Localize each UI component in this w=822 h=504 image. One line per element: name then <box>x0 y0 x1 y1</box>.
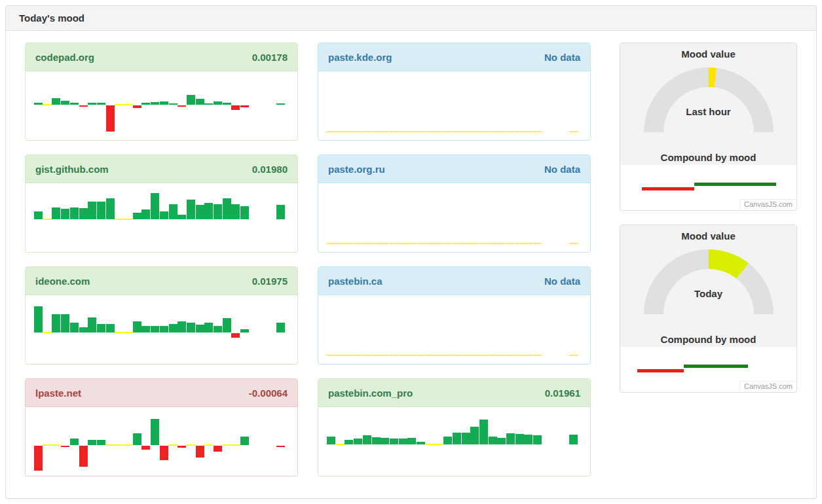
zero-marker <box>381 131 389 132</box>
positive-bar <box>141 326 150 333</box>
zero-marker <box>489 355 497 356</box>
positive-bar <box>97 103 105 105</box>
gauge-period-label: Today <box>620 288 796 299</box>
zero-marker <box>381 355 389 356</box>
zero-marker <box>443 131 452 132</box>
zero-marker <box>43 104 52 105</box>
positive-bar <box>97 440 105 445</box>
zero-marker <box>479 131 488 132</box>
card-body: codepad.org0.00178gist.github.com0.01980… <box>6 31 816 490</box>
zero-marker <box>204 444 213 446</box>
zero-marker <box>223 444 231 446</box>
site-name: pastebin.com_pro <box>328 387 413 399</box>
zero-marker <box>399 355 407 356</box>
mood-gauge-panel-today: Mood valueTodayCompound by moodCanvasJS.… <box>620 225 797 393</box>
zero-marker <box>390 355 398 356</box>
positive-bar <box>151 419 159 445</box>
zero-marker <box>533 131 542 132</box>
page-title: Today's mood <box>19 12 84 24</box>
compound-positive-bar <box>684 365 748 368</box>
site-mood-value: 0.01980 <box>252 164 288 175</box>
zero-marker <box>345 131 353 132</box>
zero-marker <box>524 243 532 244</box>
positive-bar <box>177 321 186 333</box>
positive-bar <box>79 208 88 219</box>
gauge-title: Mood value <box>620 230 796 242</box>
negative-bar <box>141 446 150 450</box>
site-panel-pastebin-com-pro: pastebin.com_pro0.01961 <box>318 378 591 477</box>
zero-marker <box>506 355 515 356</box>
zero-marker <box>515 355 524 356</box>
positive-bar <box>97 324 105 333</box>
zero-marker <box>489 243 497 244</box>
positive-bar <box>88 440 96 445</box>
zero-marker <box>479 243 488 244</box>
zero-marker <box>569 131 578 132</box>
zero-marker <box>569 355 578 356</box>
site-name: pastebin.ca <box>328 276 383 287</box>
zero-marker <box>52 444 60 446</box>
sites-column-2: paste.kde.orgNo datapaste.org.ruNo datap… <box>318 43 591 490</box>
site-panel-header: ideone.com0.01975 <box>26 267 297 295</box>
compound-negative-bar <box>642 187 694 190</box>
site-name: ideone.com <box>35 276 90 287</box>
positive-bar <box>61 314 69 333</box>
negative-bar <box>79 446 88 467</box>
positive-bar <box>372 437 381 444</box>
positive-bar <box>214 101 222 105</box>
mood-bar-chart <box>318 407 590 475</box>
positive-bar <box>214 326 222 333</box>
zero-marker <box>489 131 497 132</box>
positive-bar <box>151 326 159 333</box>
positive-bar <box>169 103 177 105</box>
positive-bar <box>204 103 213 105</box>
zero-marker <box>327 243 335 244</box>
positive-bar <box>196 99 204 105</box>
positive-bar <box>141 103 150 105</box>
zero-marker <box>43 219 52 220</box>
positive-bar <box>160 211 168 219</box>
zero-marker <box>345 355 353 356</box>
positive-bar <box>151 102 159 105</box>
zero-marker <box>470 243 479 244</box>
zero-marker <box>434 355 443 356</box>
compound-chart-title: Compound by mood <box>620 334 796 345</box>
site-panel-header: lpaste.net-0.00064 <box>26 379 297 407</box>
positive-bar <box>106 198 115 219</box>
positive-bar <box>169 324 177 333</box>
zero-marker <box>115 332 123 333</box>
mood-bar-chart <box>318 71 590 139</box>
site-panel-ideone-com: ideone.com0.01975 <box>25 266 298 365</box>
positive-bar <box>479 420 488 444</box>
site-panel-paste-kde-org: paste.kde.orgNo data <box>318 43 591 141</box>
zero-marker <box>43 332 52 333</box>
zero-marker <box>462 131 470 132</box>
card-header: Today's mood <box>6 6 816 31</box>
canvasjs-watermark[interactable]: CanvasJS.com <box>739 199 796 209</box>
zero-marker <box>462 243 470 244</box>
site-name: lpaste.net <box>35 387 81 399</box>
positive-bar <box>223 318 231 333</box>
positive-bar <box>506 433 515 444</box>
negative-bar <box>61 446 69 447</box>
zero-marker <box>515 131 524 132</box>
zero-marker <box>187 444 195 446</box>
compound-positive-bar <box>694 183 776 186</box>
site-panel-header: paste.org.ruNo data <box>318 155 590 183</box>
zero-marker <box>479 355 488 356</box>
zero-marker <box>336 355 345 356</box>
positive-bar <box>276 103 285 105</box>
positive-bar <box>276 205 285 219</box>
positive-bar <box>106 324 115 333</box>
zero-marker <box>569 243 578 244</box>
positive-bar <box>70 103 79 105</box>
positive-bar <box>61 209 69 219</box>
site-panel-codepad-org: codepad.org0.00178 <box>25 43 298 141</box>
zero-marker <box>399 243 407 244</box>
zero-marker <box>336 243 345 244</box>
positive-bar <box>453 433 461 444</box>
canvasjs-watermark[interactable]: CanvasJS.com <box>739 381 796 391</box>
negative-bar <box>160 446 168 460</box>
negative-bar <box>34 446 43 471</box>
site-name: paste.kde.org <box>328 52 392 63</box>
